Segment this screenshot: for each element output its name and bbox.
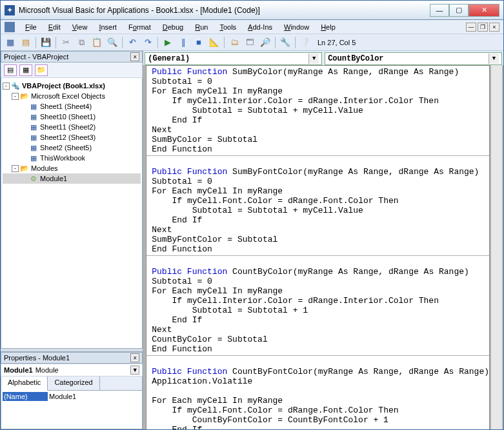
insert-module-button[interactable]: ▤: [19, 35, 33, 50]
design-mode-button[interactable]: 📐: [207, 35, 221, 50]
project-icon: 🔩: [11, 82, 20, 90]
paste-button[interactable]: 📋: [90, 35, 104, 50]
toggle-folders-button[interactable]: 📁: [35, 64, 48, 76]
sheet-icon: ▦: [29, 133, 38, 142]
sheet-icon: ▦: [29, 144, 38, 152]
reset-button[interactable]: ■: [192, 35, 206, 50]
property-row[interactable]: (Name) Module1: [3, 392, 141, 401]
view-excel-button[interactable]: ▦: [3, 35, 17, 50]
expand-icon[interactable]: -: [12, 93, 19, 100]
project-panel-close-button[interactable]: ×: [130, 52, 139, 61]
tree-sheet-3[interactable]: ▦Sheet12 (Sheet3): [3, 132, 141, 142]
tree-label: Microsoft Excel Objects: [31, 92, 105, 101]
dropdown-icon[interactable]: ▼: [308, 54, 319, 64]
window-title: Microsoft Visual Basic for Applications …: [19, 6, 430, 15]
tree-label: Sheet10 (Sheet1): [40, 112, 96, 121]
minimize-button[interactable]: ―: [430, 4, 449, 17]
tab-alphabetic[interactable]: Alphabetic: [1, 376, 48, 391]
excel-icon: [5, 22, 15, 32]
tree-label: Sheet11 (Sheet2): [40, 122, 96, 132]
menu-help[interactable]: Help: [316, 22, 341, 32]
save-button[interactable]: 💾: [39, 35, 53, 50]
menu-view[interactable]: View: [67, 22, 93, 32]
maximize-button[interactable]: ▢: [449, 4, 469, 17]
folder-icon: 📂: [20, 92, 29, 101]
property-name: (Name): [3, 392, 48, 401]
object-combo-value: (General): [148, 54, 190, 63]
menu-add-ins[interactable]: Add-Ins: [243, 22, 277, 32]
tree-module-0[interactable]: ⚙Module1: [3, 173, 141, 184]
tree-excel-objects[interactable]: -📂Microsoft Excel Objects: [3, 91, 141, 101]
close-button[interactable]: ✕: [469, 4, 499, 17]
expand-icon[interactable]: -: [3, 83, 10, 90]
menu-edit[interactable]: Edit: [43, 22, 66, 32]
mdi-close-button[interactable]: ×: [489, 23, 499, 32]
tree-label: Module1: [40, 174, 67, 183]
tree-sheet-0[interactable]: ▦Sheet1 (Sheet4): [3, 101, 141, 112]
menu-tools[interactable]: Tools: [214, 22, 241, 32]
properties-button[interactable]: 🗔: [243, 35, 257, 50]
menubar: FileEditViewInsertFormatDebugRunToolsAdd…: [1, 20, 503, 34]
vertical-scrollbar[interactable]: [491, 65, 502, 430]
tree-label: Sheet12 (Sheet3): [40, 133, 96, 142]
tree-label: ThisWorkbook: [40, 153, 85, 162]
sheet-icon: ▦: [29, 123, 38, 132]
object-combo[interactable]: (General) ▼: [145, 52, 322, 65]
tree-modules[interactable]: -📂Modules: [3, 163, 141, 173]
properties-panel-close-button[interactable]: ×: [130, 353, 139, 362]
titlebar: ✦ Microsoft Visual Basic for Application…: [1, 1, 503, 20]
project-explorer-button[interactable]: 🗂: [227, 35, 241, 50]
cursor-position: Ln 27, Col 5: [318, 39, 356, 46]
project-panel-label: Project - VBAProject: [4, 53, 68, 61]
dropdown-icon[interactable]: ▼: [489, 54, 499, 64]
copy-button[interactable]: ⧉: [74, 35, 88, 50]
mdi-minimize-button[interactable]: ―: [466, 23, 476, 32]
properties-panel-title: Properties - Module1 ×: [1, 352, 143, 364]
menu-file[interactable]: File: [20, 22, 42, 32]
tree-label: Modules: [31, 164, 58, 173]
sheet-icon: ▦: [29, 113, 38, 121]
folder-icon: 📂: [20, 164, 29, 173]
tree-label: VBAProject (Book1.xlsx): [22, 81, 105, 90]
help-button[interactable]: ❔: [298, 35, 312, 50]
tree-sheet-4[interactable]: ▦Sheet2 (Sheet5): [3, 142, 141, 153]
tree-project-root[interactable]: -🔩VBAProject (Book1.xlsx): [3, 81, 141, 91]
break-button[interactable]: ‖: [176, 35, 190, 50]
properties-grid[interactable]: (Name) Module1: [1, 391, 143, 429]
menu-window[interactable]: Window: [279, 22, 314, 32]
tree-sheet-1[interactable]: ▦Sheet10 (Sheet1): [3, 112, 141, 122]
tree-thisworkbook[interactable]: ▦ThisWorkbook: [3, 153, 141, 163]
tab-categorized[interactable]: Categorized: [48, 376, 99, 390]
mdi-restore-button[interactable]: ❐: [478, 23, 488, 32]
menu-insert[interactable]: Insert: [94, 22, 122, 32]
tree-sheet-2[interactable]: ▦Sheet11 (Sheet2): [3, 122, 141, 132]
expand-icon[interactable]: -: [12, 165, 19, 172]
cut-button[interactable]: ✂: [59, 35, 73, 50]
project-tree[interactable]: -🔩VBAProject (Book1.xlsx)-📂Microsoft Exc…: [1, 78, 143, 349]
project-panel-title: Project - VBAProject ×: [1, 51, 143, 63]
properties-object-selector[interactable]: Module1 Module ▼: [1, 364, 143, 376]
find-button[interactable]: 🔍: [105, 35, 119, 50]
run-button[interactable]: ▶: [161, 35, 175, 50]
project-toolbar: ▤ ▦ 📁: [1, 63, 143, 78]
tree-label: Sheet1 (Sheet4): [40, 102, 92, 111]
toolbox-button[interactable]: 🔧: [278, 35, 292, 50]
properties-object-type: Module: [35, 366, 59, 374]
procedure-combo-value: CountByColor: [328, 54, 383, 63]
undo-button[interactable]: ↶: [125, 35, 139, 50]
view-code-button[interactable]: ▤: [4, 64, 17, 76]
code-editor[interactable]: Public Function SumByColor(myRange As Ra…: [146, 65, 490, 430]
view-object-button[interactable]: ▦: [19, 64, 32, 76]
app-icon: ✦: [5, 5, 15, 15]
object-browser-button[interactable]: 🔎: [258, 35, 272, 50]
dropdown-icon[interactable]: ▼: [130, 366, 139, 375]
procedure-combo[interactable]: CountByColor ▼: [325, 52, 502, 65]
workbook-icon: ▦: [29, 154, 38, 162]
properties-object-name: Module1: [4, 366, 33, 374]
menu-run[interactable]: Run: [190, 22, 213, 32]
menu-debug[interactable]: Debug: [157, 22, 188, 32]
menu-format[interactable]: Format: [123, 22, 156, 32]
properties-panel-label: Properties - Module1: [4, 354, 70, 362]
property-value[interactable]: Module1: [48, 392, 141, 401]
redo-button[interactable]: ↷: [141, 35, 155, 50]
